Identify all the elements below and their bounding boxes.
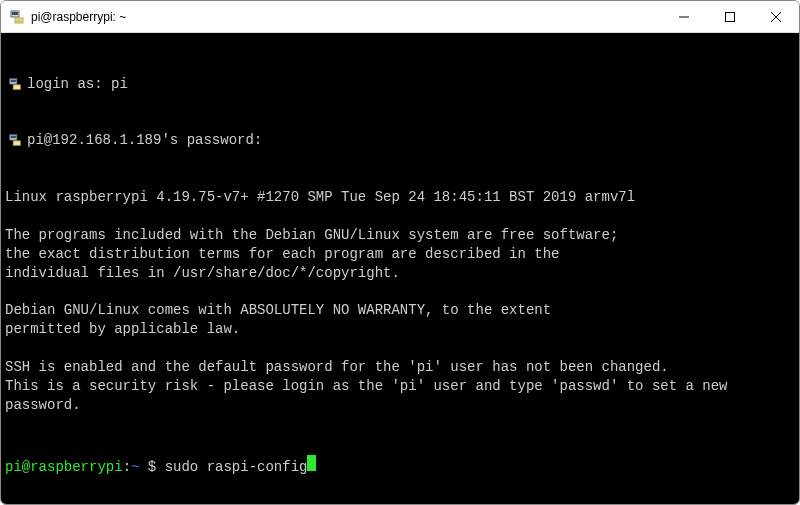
login-line-1: login as: pi	[5, 75, 795, 94]
window-title: pi@raspberrypi: ~	[31, 10, 661, 24]
close-button[interactable]	[753, 1, 799, 32]
prompt-dollar: $	[139, 458, 164, 477]
cursor-block	[307, 455, 316, 471]
shell-prompt: pi@raspberrypi:~ $ sudo raspi-config	[5, 455, 795, 477]
svg-rect-10	[11, 79, 16, 82]
maximize-icon	[725, 12, 735, 22]
terminal-area[interactable]: login as: pi pi@192.168.1.189's password…	[1, 33, 799, 505]
maximize-button[interactable]	[707, 1, 753, 32]
svg-rect-2	[15, 18, 23, 23]
login-line-2: pi@192.168.1.189's password:	[5, 131, 795, 150]
svg-rect-11	[13, 85, 20, 89]
putty-glyph-icon	[7, 133, 23, 147]
putty-app-icon	[9, 9, 25, 25]
minimize-icon	[679, 12, 689, 22]
login-as-text: login as: pi	[27, 75, 128, 94]
minimize-button[interactable]	[661, 1, 707, 32]
window-controls	[661, 1, 799, 32]
prompt-command: sudo raspi-config	[165, 458, 308, 477]
svg-rect-13	[11, 136, 16, 139]
close-icon	[771, 12, 781, 22]
motd-text: Linux raspberrypi 4.19.75-v7+ #1270 SMP …	[5, 188, 795, 415]
password-prompt-text: pi@192.168.1.189's password:	[27, 131, 262, 150]
putty-glyph-icon	[7, 77, 23, 91]
prompt-user-host: pi@raspberrypi	[5, 458, 123, 477]
svg-rect-1	[12, 12, 18, 15]
titlebar: pi@raspberrypi: ~	[1, 1, 799, 33]
prompt-colon: :	[123, 458, 131, 477]
prompt-cwd: ~	[131, 458, 139, 477]
svg-rect-14	[13, 141, 20, 145]
svg-rect-6	[726, 12, 735, 21]
